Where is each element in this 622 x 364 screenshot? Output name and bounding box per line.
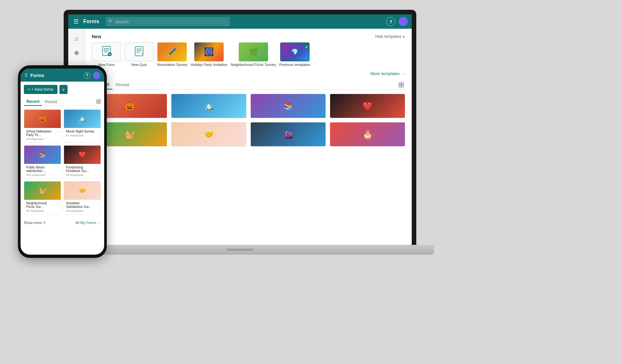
phone-library-more-icon[interactable]: ··· bbox=[56, 166, 59, 170]
library-card-img: 📚 bbox=[251, 94, 326, 118]
phone-new-forms-dropdown[interactable]: ∨ bbox=[59, 85, 68, 94]
phone-library-title: Public library satisfaction ... bbox=[26, 166, 59, 173]
phone-fundraising-img: ❤️ bbox=[64, 146, 101, 164]
tab-pinned[interactable]: Pinned bbox=[112, 80, 132, 89]
phone-apps-icon[interactable]: ⠿ bbox=[24, 73, 28, 78]
holiday-invitation-img: 🎆 bbox=[194, 42, 224, 61]
phone-card-volunteer[interactable]: 🤝 ··· Volunteer Satisfaction Sur... 28 r… bbox=[64, 181, 101, 214]
phone-card-halloween[interactable]: 🎃 ··· Virtual Halloween Party Th... 29 r… bbox=[24, 109, 61, 143]
premium-templates-label: Premium templates bbox=[279, 63, 310, 67]
recent-card-volunteer[interactable]: 🤝 Volunteer Satisfaction Survey 28 respo… bbox=[171, 122, 247, 147]
sidebar-new-icon[interactable]: ⊕ bbox=[70, 46, 83, 59]
new-form-box bbox=[92, 42, 121, 61]
laptop: ☰ Forms 🔍 ? ⌂ ⊕ bbox=[64, 10, 416, 255]
fundraising-card-img: ❤️ bbox=[330, 94, 405, 118]
phone-bottom-row: Show more ∨ All My Forms → bbox=[24, 218, 101, 225]
phone-tabs: Recent Pinned bbox=[24, 98, 101, 106]
premium-templates-card[interactable]: 💎 Premium templates bbox=[279, 42, 310, 67]
phone-help-button[interactable]: ? bbox=[84, 72, 90, 79]
hamburger-icon[interactable]: ☰ bbox=[72, 17, 80, 26]
phone-plus-icon: + bbox=[28, 87, 30, 92]
svg-rect-12 bbox=[399, 83, 401, 85]
holiday-invitation-box: 🎆 bbox=[194, 42, 224, 61]
phone-grid-icon[interactable] bbox=[96, 99, 101, 105]
new-form-label: New Form bbox=[98, 63, 115, 67]
phone-volunteer-more-icon[interactable]: ··· bbox=[95, 201, 99, 206]
recent-grid: 🎃 Virtual Halloween Party Theme 29 respo… bbox=[92, 94, 405, 147]
recent-card-birthday[interactable]: 🎂 Birthday Party Invitation 12 responses bbox=[330, 122, 405, 147]
arrow-right-icon: → bbox=[401, 71, 405, 76]
phone-tab-recent[interactable]: Recent bbox=[24, 98, 42, 106]
help-button[interactable]: ? bbox=[386, 17, 395, 26]
phone-fundraising-more-icon[interactable]: ··· bbox=[95, 166, 99, 170]
hide-templates-button[interactable]: Hide templates ∨ bbox=[375, 34, 405, 39]
phone-all-forms-link[interactable]: All My Forms → bbox=[75, 221, 101, 225]
nomination-survey-img: 🖊️ bbox=[157, 42, 187, 61]
svg-rect-14 bbox=[399, 85, 401, 87]
phone-movie-responses: 67 responses bbox=[66, 134, 99, 137]
phone-fundraising-title: Fundraising Feedback Sur... bbox=[66, 166, 99, 173]
premium-templates-box: 💎 bbox=[280, 42, 310, 61]
recent-tabs-row: Recent Pinned bbox=[92, 80, 405, 90]
phone-movie-more-icon[interactable]: ··· bbox=[95, 130, 99, 134]
phone-fundraising-responses: 39 responses bbox=[66, 173, 99, 177]
new-quiz-icon: ✓ bbox=[133, 45, 145, 58]
phone-picnic-responses: 35 responses bbox=[26, 209, 59, 213]
svg-rect-16 bbox=[97, 100, 98, 101]
app-title: Forms bbox=[83, 19, 99, 24]
svg-rect-17 bbox=[99, 100, 101, 101]
new-section-title: New bbox=[92, 34, 101, 39]
recent-card-library[interactable]: 📚 Public library satisfaction survey 200… bbox=[250, 94, 326, 118]
neighborhood-picnic-label: Neighborhood Picnic Survey bbox=[231, 63, 276, 67]
app-header: ☰ Forms 🔍 ? bbox=[68, 14, 412, 29]
new-form-card[interactable]: New Form bbox=[92, 42, 121, 67]
user-avatar[interactable] bbox=[399, 17, 408, 26]
laptop-screen: ☰ Forms 🔍 ? ⌂ ⊕ bbox=[68, 14, 412, 245]
phone-user-avatar[interactable] bbox=[93, 72, 100, 79]
community-card-img: 🌆 bbox=[251, 122, 326, 146]
phone-movie-title: Movie Night Survey bbox=[66, 130, 99, 133]
neighborhood-picnic-img: 🌿 bbox=[239, 42, 268, 61]
phone-picnic-more-icon[interactable]: ··· bbox=[56, 201, 59, 206]
search-icon: 🔍 bbox=[108, 19, 113, 24]
holiday-invitation-card[interactable]: 🎆 Holiday Party Invitation bbox=[191, 42, 228, 67]
phone-volunteer-img: 🤝 bbox=[64, 182, 101, 200]
more-templates-link[interactable]: More templates → bbox=[92, 71, 405, 76]
search-input[interactable] bbox=[115, 19, 227, 24]
phone-picnic-img: 🧺 bbox=[24, 182, 61, 200]
phone-tab-pinned[interactable]: Pinned bbox=[42, 98, 59, 105]
new-form-icon bbox=[101, 45, 112, 59]
phone-content: + + New forms ∨ Recent Pinned bbox=[21, 82, 104, 255]
phone-card-library[interactable]: 📚 ··· Public library satisfaction ... 20… bbox=[24, 145, 61, 179]
new-quiz-card[interactable]: ✓ New Quiz bbox=[124, 42, 154, 67]
recent-card-movie[interactable]: 🏔️ Movie Night Survey 67 responses bbox=[171, 94, 247, 118]
phone-card-fundraising[interactable]: ❤️ ··· Fundraising Feedback Sur... 39 re… bbox=[64, 145, 101, 179]
svg-rect-15 bbox=[402, 85, 404, 87]
phone-picnic-title: Neighborhood Picnic Sur... bbox=[26, 201, 59, 209]
phone-header: ⠿ Forms ? bbox=[21, 69, 104, 82]
svg-rect-18 bbox=[97, 102, 98, 103]
premium-check-icon bbox=[305, 44, 308, 50]
neighborhood-picnic-card[interactable]: 🌿 Neighborhood Picnic Survey bbox=[231, 42, 276, 67]
phone-card-picnic[interactable]: 🧺 ··· Neighborhood Picnic Sur... 35 resp… bbox=[24, 181, 61, 214]
nomination-survey-label: Nomination Survey bbox=[157, 63, 187, 67]
holiday-invitation-label: Holiday Party Invitation bbox=[191, 63, 228, 67]
phone-movie-img: 🏔️ bbox=[64, 110, 101, 128]
recent-card-community[interactable]: 🌆 Community Cultural Activities Survey 5… bbox=[250, 122, 326, 147]
phone-new-forms-row: + + New forms ∨ bbox=[24, 85, 101, 94]
neighborhood-picnic-box: 🌿 bbox=[239, 42, 268, 61]
sidebar-home-icon[interactable]: ⌂ bbox=[70, 32, 83, 45]
phone-volunteer-title: Volunteer Satisfaction Sur... bbox=[66, 201, 99, 209]
grid-view-icon[interactable] bbox=[397, 81, 405, 89]
phone-show-more-link[interactable]: Show more ∨ bbox=[24, 220, 46, 225]
phone-card-movie[interactable]: 🏔️ ··· Movie Night Survey 67 responses bbox=[64, 109, 101, 143]
volunteer-card-img: 🤝 bbox=[171, 122, 246, 146]
recent-card-fundraising[interactable]: ❤️ Fundraising Feedback Survey 39 respon… bbox=[330, 94, 405, 118]
svg-text:✓: ✓ bbox=[141, 52, 143, 55]
phone-show-more-chevron: ∨ bbox=[43, 220, 46, 225]
phone-recent-grid: 🎃 ··· Virtual Halloween Party Th... 29 r… bbox=[24, 109, 101, 214]
phone-new-forms-button[interactable]: + + New forms bbox=[24, 85, 57, 94]
phone-halloween-more-icon[interactable]: ··· bbox=[56, 130, 59, 134]
nomination-survey-card[interactable]: 🖊️ Nomination Survey bbox=[157, 42, 187, 67]
birthday-card-img: 🎂 bbox=[330, 122, 405, 146]
